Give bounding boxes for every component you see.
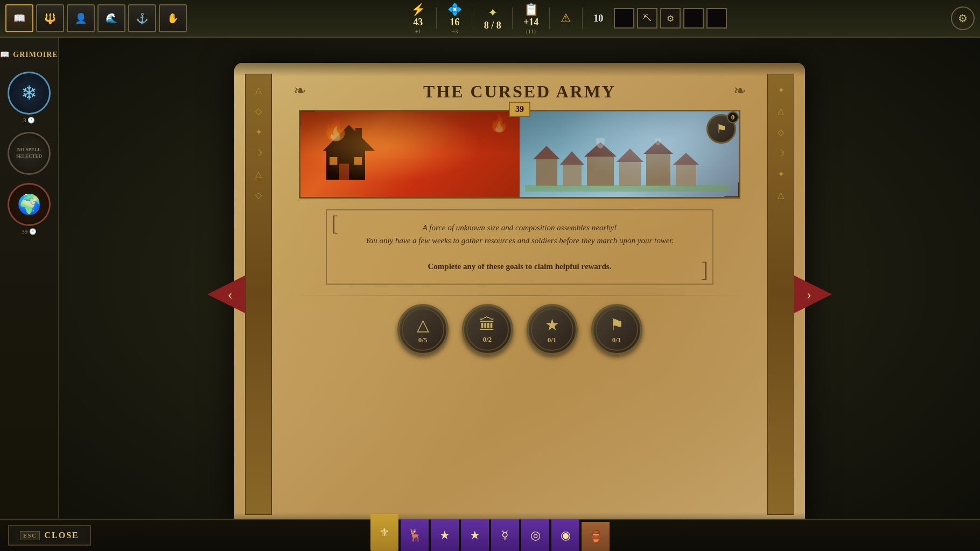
action-box-2[interactable] [683,8,704,29]
action-box-3[interactable] [706,8,727,29]
mountain-progress: 0/5 [418,336,428,344]
ice-spell-circle[interactable]: ❄ [8,72,51,115]
spine-runes-right: ✦ △ ◇ ☽ ✦ △ [768,74,794,211]
svg-marker-13 [617,149,643,162]
svg-rect-10 [587,157,614,186]
building-progress: 0/2 [483,335,492,344]
svg-rect-0 [326,151,365,180]
image-number-value: 39 [515,104,524,114]
prev-page-button[interactable]: ‹ [207,276,245,313]
spine-rune-r4: ☽ [777,148,785,158]
book-edge-top [234,63,805,76]
image-number-badge: 39 [509,102,530,117]
svg-rect-2 [355,128,362,141]
book-spine-left: △ ◇ ✦ ☽ △ ◇ [245,74,272,515]
medal-badge[interactable]: ⚑ 0 [706,114,736,144]
banner-purple-rune1[interactable]: ☿ [491,519,519,551]
main-content: ‹ △ ◇ ✦ ☽ △ ◇ ✦ △ [59,38,980,551]
left-arrow-icon: ‹ [228,286,233,303]
world-spell-circle[interactable]: 🌍 [8,183,51,226]
top-bar-left: 📖 🔱 👤 🌊 ⚓ ✋ [5,4,187,32]
medal-count-value: 0 [727,111,739,123]
world-icon: 🌍 [17,193,41,216]
banner-purple-rune2[interactable]: ◎ [521,519,549,551]
resource-scrolls: 📋 +14 (11) [523,3,538,34]
spine-runes-left: △ ◇ ✦ ☽ △ ◇ [246,74,271,211]
next-page-button[interactable]: › [794,276,832,313]
banner-deer-icon: 🦌 [408,528,422,542]
goal-mountain[interactable]: △ 0/5 [397,304,449,355]
spine-rune-r1: ✦ [778,85,785,95]
nav-icon-5[interactable]: ✋ [159,4,187,32]
banner-purple-rune3[interactable]: ◉ [551,519,579,551]
nav-icon-1[interactable]: 🔱 [36,4,64,32]
warning-icon: ⚠ [561,11,571,25]
flag-icon: ⚑ [610,315,624,334]
top-bar-center: ⚡ 43 +1 💠 16 +3 ✦ 8 / 8 📋 +14 (11) ⚠ 10 [187,3,951,34]
left-sidebar: 📖 Grimoire ❄ 3 🕐 No SpellSelected 🌍 39 🕐 [0,38,59,551]
event-description-box: A force of unknown size and composition … [326,209,713,285]
spine-rune-r5: ✦ [778,169,785,179]
description-line2: You only have a few weeks to gather reso… [366,236,674,245]
close-button[interactable]: Esc Close [8,525,91,546]
scroll-sub: (11) [526,28,536,34]
action-box-1[interactable] [614,8,634,29]
nav-icon-3[interactable]: 🌊 [97,4,125,32]
banner-purple-star2[interactable]: ★ [461,519,489,551]
title-deco-right: ❧ [733,82,746,100]
building-icon: 🏛 [479,315,495,334]
burning-scene: 🔥 🔥 [300,111,520,197]
spine-rune-5: △ [255,169,262,179]
bottom-bar: Esc Close ⚜ 🦌 ★ ★ ☿ ◎ ◉ 🏺 [0,519,980,551]
house-svg [317,122,381,186]
spine-rune-2: ◇ [255,106,262,116]
divider-2 [473,8,473,29]
grimoire-book-icon: 📖 [0,50,10,59]
right-arrow-icon: › [807,286,811,303]
action-boxes: ⛏ ⚙ [614,8,727,29]
goal-building[interactable]: 🏛 0/2 [462,304,513,355]
banner-purple-deer[interactable]: 🦌 [401,519,429,551]
banner-bronze-pot[interactable]: 🏺 [582,522,610,551]
no-spell-text: No SpellSelected [13,144,45,162]
action-box-gear[interactable]: ⚙ [660,8,681,29]
peaceful-village [520,111,739,197]
divider-5 [582,8,583,29]
energy-icon: ⚡ [411,3,425,17]
settings-icon: ⚙ [958,12,968,25]
esc-label: Esc [20,531,40,540]
no-spell-circle[interactable]: No SpellSelected [8,132,51,175]
corner-bracket-tl [299,110,315,126]
goal-star[interactable]: ★ 0/1 [527,304,578,355]
nav-icon-2[interactable]: 👤 [67,4,95,32]
settings-button[interactable]: ⚙ [951,6,975,30]
banner-purple-star1[interactable]: ★ [431,519,459,551]
nav-icon-4[interactable]: ⚓ [128,4,156,32]
goal-flag[interactable]: ⚑ 0/1 [591,304,642,355]
svg-marker-7 [533,146,560,159]
grimoire-book: △ ◇ ✦ ☽ △ ◇ ✦ △ ◇ ☽ ✦ △ [234,63,805,526]
svg-marker-17 [673,153,699,165]
svg-rect-8 [563,165,582,186]
spine-rune-1: △ [255,85,262,95]
spine-rune-3: ✦ [255,127,262,137]
action-box-pick[interactable]: ⛏ [637,8,657,29]
ice-spell-count: 3 🕐 [23,117,35,124]
scroll-icon: 📋 [524,3,538,17]
resource-score: 10 [593,13,603,24]
village-svg [525,138,730,192]
energy-sub: +1 [415,28,422,34]
goals-section: △ 0/5 🏛 0/2 ★ 0/1 ⚑ [397,304,642,355]
svg-marker-11 [584,142,617,157]
description-line3: Complete any of these goals to claim hel… [428,262,612,271]
crystal-sub: +3 [452,28,458,34]
stars-icon: ✦ [488,6,498,20]
grimoire-tab-btn[interactable]: 📖 [5,4,33,32]
score-value: 10 [593,13,603,24]
resource-warning: ⚠ [561,11,571,25]
banner-gold-emblem[interactable]: ⚜ [370,514,398,551]
grimoire-main-title: The Cursed Army [423,82,616,101]
resource-crystals: 💠 16 +3 [447,3,462,34]
banners-row: ⚜ 🦌 ★ ★ ☿ ◎ ◉ 🏺 [0,514,980,551]
medal-count-label: ⚑ [716,122,727,136]
